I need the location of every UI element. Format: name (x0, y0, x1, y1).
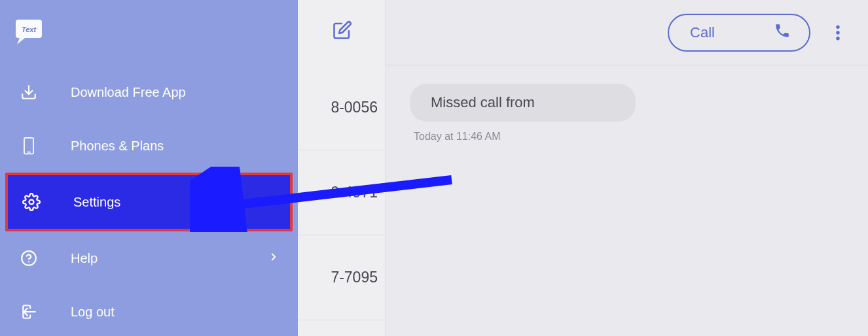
logout-icon (18, 301, 39, 322)
sidebar-item-label: Log out (71, 305, 280, 320)
call-button-label: Call (690, 24, 715, 41)
svg-text:Text: Text (22, 25, 37, 33)
sidebar-item-download-app[interactable]: Download Free App (0, 65, 298, 119)
compose-button[interactable] (331, 18, 354, 42)
sidebar-item-label: Settings (73, 195, 277, 210)
conversation-number-partial: 7-7095 (331, 269, 378, 286)
svg-point-4 (29, 200, 34, 205)
more-options-button[interactable] (829, 24, 847, 42)
svg-point-8 (836, 25, 839, 28)
missed-call-text: Missed call from (431, 94, 535, 110)
conversation-item[interactable]: 7-7095 (298, 235, 386, 320)
conversation-list: 8-0056 9-4971 7-7095 (298, 0, 386, 336)
sidebar-item-label: Phones & Plans (71, 139, 280, 154)
sidebar-item-phones-plans[interactable]: Phones & Plans (0, 119, 298, 173)
main-area: 8-0056 9-4971 7-7095 Call (298, 0, 868, 336)
sidebar-item-logout[interactable]: Log out (0, 285, 298, 336)
conversation-number-partial: 9-4971 (331, 184, 378, 201)
phone-icon (774, 22, 791, 43)
missed-call-pill: Missed call from (410, 84, 636, 122)
sidebar-item-help[interactable]: Help (0, 231, 298, 285)
sidebar-item-label: Help (71, 251, 268, 266)
sidebar-drawer: Text Download Free App (0, 0, 298, 336)
sidebar-item-settings[interactable]: Settings (5, 173, 293, 231)
phone-device-icon (18, 135, 39, 156)
menu-items: Download Free App Phones & Plans (0, 65, 298, 336)
call-button[interactable]: Call (668, 14, 810, 52)
sidebar-item-label: Download Free App (71, 85, 280, 100)
svg-point-10 (836, 36, 839, 39)
conversation-list-items: 8-0056 9-4971 7-7095 (298, 0, 386, 320)
chat-pane: Call Missed call (386, 0, 868, 336)
message-timestamp: Today at 11:46 AM (414, 131, 844, 143)
app-container: Text Download Free App (0, 0, 868, 336)
download-icon (18, 82, 39, 103)
chat-header: Call (386, 0, 868, 65)
chevron-right-icon (268, 251, 280, 266)
conversation-number-partial: 8-0056 (331, 99, 378, 116)
svg-point-9 (836, 31, 839, 34)
conversation-item[interactable]: 9-4971 (298, 150, 386, 235)
gear-icon (21, 192, 42, 212)
chat-body: Missed call from Today at 11:46 AM (386, 65, 868, 161)
conversation-item[interactable]: 8-0056 (298, 65, 386, 150)
help-circle-icon (18, 248, 39, 269)
textnow-logo: Text (13, 20, 45, 46)
svg-rect-2 (24, 138, 33, 154)
logo-area: Text (0, 13, 298, 65)
